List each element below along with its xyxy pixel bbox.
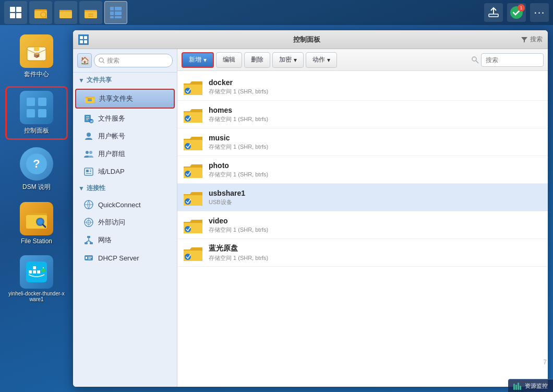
svg-rect-60 [86,120,88,120]
svg-rect-58 [86,116,89,117]
svg-rect-113 [520,386,521,390]
desktop-icon-pkg-center[interactable]: 📦 套件中心 [5,31,68,82]
upload-btn[interactable] [484,3,503,22]
svg-rect-20 [110,16,114,18]
encrypt-btn[interactable]: 加密 ▾ [272,52,304,68]
svg-rect-70 [86,173,91,174]
more-btn[interactable]: ··· [530,3,549,22]
file-station-icon-img [20,202,53,235]
svg-point-109 [185,254,191,260]
search-placeholder: 搜索 [107,56,119,65]
desktop-icons-area: 📦 套件中心 控制面板 [0,25,73,392]
sidebar-item-network[interactable]: 网络 [73,231,177,249]
resource-monitor-label: 资源监控 [525,382,548,390]
svg-rect-30 [38,109,46,117]
sidebar-item-file-service[interactable]: ⇄ 文件服务 [73,110,177,127]
svg-rect-12 [85,11,97,18]
svg-rect-3 [16,13,21,18]
window-titlebar: 控制面板 搜索 [73,30,548,49]
delete-btn[interactable]: 删除 [244,52,270,68]
file-item-docker[interactable]: docker 存储空间 1 (SHR, btrfs) [177,73,548,101]
video-file-desc: 存储空间 1 (SHR, btrfs) [209,226,542,234]
file-item-photo[interactable]: photo 存储空间 1 (SHR, btrfs) [177,156,548,184]
toolbar: 新增 ▾ 编辑 删除 加密 ▾ 动作 ▾ [177,49,548,71]
file-item-homes[interactable]: homes 存储空间 1 (SHR, btrfs) [177,101,548,128]
sidebar-item-ldap[interactable]: 域/LDAP [73,163,177,181]
pkg-center-icon: 📦 [20,34,53,68]
homes-folder-icon-wrap [184,105,202,124]
external-access-icon [83,217,94,228]
desktop-icon-docker[interactable]: yinheli-docker-thunder-xware1 [5,252,68,305]
edit-btn[interactable]: 编辑 [216,52,242,68]
status-btn[interactable]: 1 [507,3,526,22]
taskbar-panel-btn[interactable] [104,1,127,24]
desktop-icon-dsm-help[interactable]: ? DSM 说明 [5,144,68,195]
svg-line-88 [476,61,478,63]
file-service-icon: ⇄ [83,113,94,124]
sidebar-item-user-group[interactable]: 用户群组 [73,145,177,163]
sidebar-item-shared-folder[interactable]: 共享文件夹 [75,89,175,109]
svg-point-64 [86,151,89,154]
svg-rect-54 [85,97,89,98]
external-access-label: 外部访问 [98,218,125,227]
bluray-file-desc: 存储空间 1 (SHR, btrfs) [209,254,542,262]
docker-label: yinheli-docker-thunder-xware1 [8,291,65,302]
svg-rect-84 [86,257,87,259]
svg-rect-9 [59,11,72,18]
svg-rect-110 [513,384,515,390]
user-group-label: 用户群组 [98,149,125,159]
homes-file-info: homes 存储空间 1 (SHR, btrfs) [209,106,542,123]
svg-rect-0 [10,7,15,12]
svg-rect-2 [10,13,15,18]
sidebar-item-user-account[interactable]: 用户帐号 [73,127,177,145]
shared-folder-label: 共享文件夹 [99,94,133,103]
svg-point-106 [185,226,191,232]
sidebar-home-btn[interactable]: 🏠 [77,53,92,68]
chevron-down-icon: ▼ [78,77,85,84]
svg-rect-59 [86,118,89,118]
photo-file-name: photo [209,161,542,170]
desktop-icon-file-station[interactable]: File Station [5,199,68,248]
svg-point-94 [185,115,191,122]
taskbar-folder1-btn[interactable] [54,1,77,24]
resource-monitor-bar[interactable]: 资源监控 [508,379,553,392]
file-item-video[interactable]: video 存储空间 1 (SHR, btrfs) [177,211,548,239]
action-btn[interactable]: 动作 ▾ [306,52,337,68]
svg-rect-29 [27,109,35,117]
svg-rect-111 [515,385,517,390]
taskbar-folder2-btn[interactable] [79,1,102,24]
svg-text:⇄: ⇄ [90,120,93,123]
taskbar-left [4,1,484,24]
sidebar-item-external-access[interactable]: 外部访问 [73,213,177,231]
bluray-folder-icon-wrap [184,243,202,262]
taskbar-search1-btn[interactable] [29,1,52,24]
svg-rect-47 [84,36,87,39]
window-title: 控制面板 [93,35,521,44]
svg-point-63 [87,133,91,137]
svg-rect-46 [80,36,83,39]
svg-rect-10 [59,10,65,11]
photo-folder-icon-wrap [184,160,202,179]
sidebar-search-field[interactable]: 搜索 [94,54,173,67]
file-item-bluray[interactable]: 蓝光原盘 存储空间 1 (SHR, btrfs) [177,239,548,267]
svg-rect-18 [110,11,114,15]
dhcp-label: DHCP Server [98,254,139,262]
file-item-music[interactable]: music 存储空间 1 (SHR, btrfs) [177,128,548,156]
sidebar-item-quickconnect[interactable]: QuickConnect [73,196,177,213]
toolbar-search-input[interactable] [481,53,544,67]
taskbar-grid-btn[interactable] [4,1,27,24]
svg-rect-21 [115,16,122,18]
desktop-icon-ctrl-panel[interactable]: 控制面板 [5,86,68,140]
ctrl-panel-icon [20,91,53,124]
sidebar-search-bar: 🏠 搜索 [73,49,177,73]
user-account-icon [83,131,94,141]
quickconnect-icon [83,199,94,210]
new-btn[interactable]: 新增 ▾ [182,52,214,68]
control-panel-window: 控制面板 搜索 🏠 [73,30,548,387]
file-item-usbshare1[interactable]: usbshare1 USB设备 [177,184,548,211]
file-service-label: 文件服务 [98,114,125,123]
sidebar-item-dhcp[interactable]: DHCP Server [73,249,177,267]
docker-file-name: docker [209,78,542,87]
svg-rect-15 [88,16,93,17]
svg-point-91 [185,88,191,94]
